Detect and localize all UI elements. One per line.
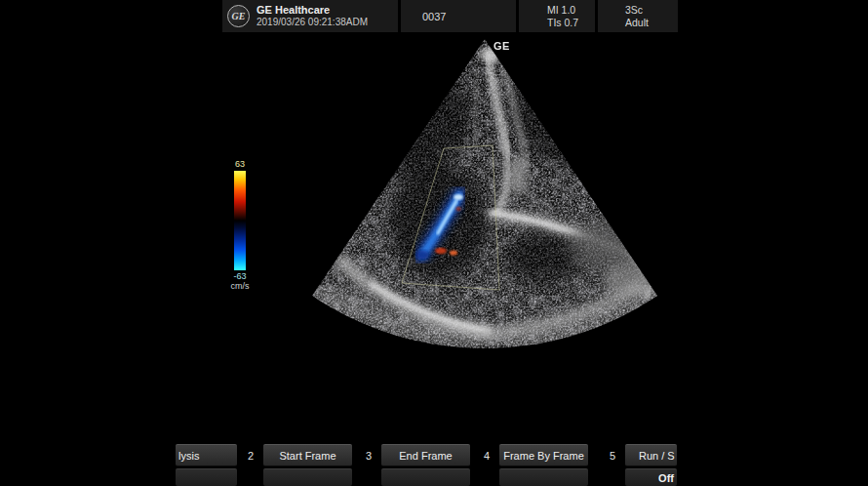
probe-section: 3Sc Adult	[598, 0, 678, 32]
header-brand-section: GE GE Healthcare 2019/03/26 09:21:38ADM	[222, 0, 398, 32]
softkey-run-state[interactable]: Off	[625, 468, 677, 486]
softkey-slot-3[interactable]	[381, 468, 470, 486]
softkey-run-stop-button[interactable]: Run / S	[625, 444, 677, 466]
exam-id-label: 0037	[422, 11, 446, 22]
mi-value: MI 1.0	[547, 4, 595, 17]
colorbar-gradient	[234, 171, 246, 270]
softkey-start-frame-button[interactable]: Start Frame	[263, 444, 352, 466]
tis-value: TIs 0.7	[547, 17, 595, 29]
exam-id-section: 0037	[401, 0, 516, 32]
softkey-number-2: 2	[243, 444, 258, 466]
sector-image	[293, 29, 678, 361]
softkey-number-4: 4	[479, 444, 494, 466]
preset-name: Adult	[625, 17, 678, 29]
softkey-analysis-button[interactable]: lysis	[176, 444, 237, 466]
doppler-colorbar: 63 -63 cm/s	[228, 159, 252, 292]
softkey-slot-4[interactable]	[499, 468, 588, 486]
colorbar-max-label: 63	[228, 159, 252, 169]
softkey-number-3: 3	[361, 444, 376, 466]
colorbar-min-label: -63	[228, 271, 252, 281]
softkey-slot-1[interactable]	[176, 468, 237, 486]
acoustic-indices-section: MI 1.0 TIs 0.7	[519, 0, 595, 32]
colorbar-unit-label: cm/s	[228, 281, 252, 292]
vendor-mark: GE	[493, 40, 510, 52]
ultrasound-image	[0, 0, 868, 486]
softkey-number-5: 5	[605, 444, 620, 466]
datetime-label: 2019/03/26 09:21:38ADM	[256, 17, 368, 28]
softkey-bar: lysis 2 Start Frame 3 End Frame 4 Frame …	[0, 444, 868, 486]
softkey-frame-by-frame-button[interactable]: Frame By Frame	[499, 444, 588, 466]
brand-name: GE Healthcare	[256, 4, 368, 17]
ge-logo-icon: GE	[227, 5, 250, 27]
header-bar: GE GE Healthcare 2019/03/26 09:21:38ADM …	[222, 0, 678, 32]
ultrasound-screen: GE 63 -63 cm/s GE GE Healthcare 2019/03/…	[0, 0, 868, 486]
softkey-end-frame-button[interactable]: End Frame	[381, 444, 470, 466]
probe-name: 3Sc	[625, 4, 678, 17]
softkey-slot-2[interactable]	[263, 468, 352, 486]
